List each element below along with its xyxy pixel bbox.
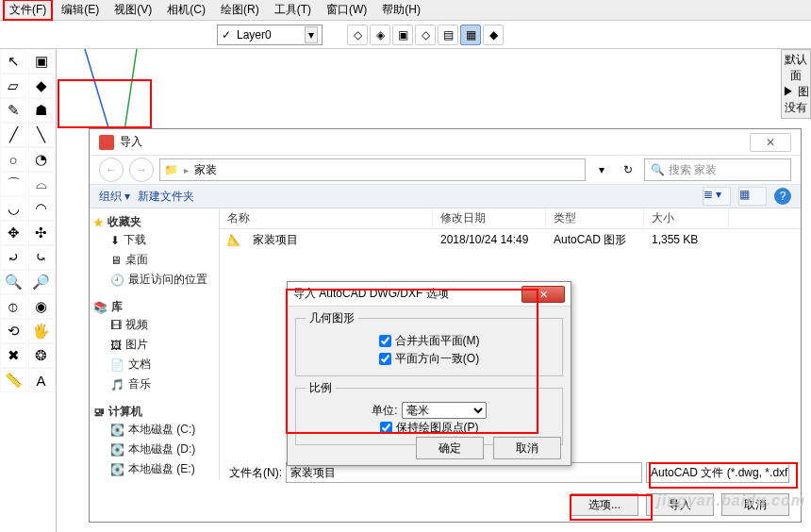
import-dialog-titlebar[interactable]: 导入 ✕ [90,129,801,156]
circle-tool-icon[interactable]: ○ [0,147,26,172]
path-dropdown-icon[interactable]: ▾ [591,163,612,176]
rect-tool-icon[interactable]: ▱ [0,74,26,98]
style-texture-icon[interactable]: ▦ [460,25,481,45]
dropdown-icon[interactable]: ▾ [305,26,318,43]
arc2-tool-icon[interactable]: ◡ [0,196,26,221]
nav-tree[interactable]: 收藏夹 ⬇下载 🖥桌面 🕘最近访问的位置 📚 库 🎞视频 🖼图片 📄文档 🎵音乐… [90,208,220,480]
default-tray[interactable]: 默认面 ▶ 图 没有 [781,49,811,119]
polygon-tool-icon[interactable]: ◔ [28,147,55,172]
eraser-tool-icon[interactable]: ◆ [28,74,55,98]
view-mode-button[interactable]: ≣ ▾ [703,187,731,206]
search-placeholder: 搜索 家装 [669,162,717,178]
filetype-combo[interactable]: AutoCAD 文件 (*.dwg, *.dxf)▾ [646,462,789,483]
paint-tool-icon[interactable]: ☗ [28,98,55,123]
tape-tool-icon[interactable]: 📏 [0,368,26,392]
search-input[interactable]: 🔍 搜索 家装 [644,158,791,181]
offset-tool-icon[interactable]: ⤿ [28,245,55,270]
close-icon[interactable]: ✕ [521,286,565,303]
lookaround-tool-icon[interactable]: ◉ [28,294,55,319]
tree-documents[interactable]: 📄文档 [93,355,215,374]
new-folder-button[interactable]: 新建文件夹 [138,189,194,205]
refresh-icon[interactable]: ↻ [618,163,638,176]
curve-tool-icon[interactable]: ◠ [28,196,55,221]
orbit-tool-icon[interactable]: ⦶ [0,294,26,319]
dwg-options-titlebar[interactable]: 导入 AutoCAD DWG/DXF 选项 ✕ [288,282,571,307]
path-box[interactable]: 📁 家装 [159,158,586,181]
path-segment[interactable]: 家装 [194,162,217,178]
keep-origin-checkbox[interactable]: 保持绘图原点(P) [306,419,553,437]
axes-tool-icon[interactable]: ✖ [0,343,26,368]
style-shaded2-icon[interactable]: ◇ [415,25,436,45]
scale-tool-icon[interactable]: ✣ [28,221,55,245]
menu-file[interactable]: 文件(F) [4,0,52,20]
rotate-tool-icon[interactable]: ⤾ [0,245,26,270]
move-tool-icon[interactable]: ✥ [0,221,26,245]
pencil-tool-icon[interactable]: ✎ [0,98,26,123]
col-size[interactable]: 大小 [644,208,729,228]
close-icon[interactable]: ✕ [750,133,791,152]
menu-camera[interactable]: 相机(C) [161,0,211,20]
style-hidden-icon[interactable]: ◈ [370,25,390,45]
col-type[interactable]: 类型 [546,208,644,228]
freehand-tool-icon[interactable]: ╲ [28,123,55,147]
list-columns[interactable]: 名称 修改日期 类型 大小 [220,208,801,229]
tree-desktop[interactable]: 🖥桌面 [93,250,215,270]
layer-combo[interactable]: ✓ Layer0 ▾ [217,25,323,45]
line-tool-icon[interactable]: ╱ [0,123,26,147]
style-wire-icon[interactable]: ◇ [347,25,368,45]
menu-tools[interactable]: 工具(T) [269,0,317,20]
tree-computer[interactable]: 🖳 计算机 [93,404,215,420]
tree-downloads[interactable]: ⬇下载 [93,230,215,250]
folder-icon: 📁 [164,163,178,176]
left-toolbars: ↖ ▱ ✎ ╱ ○ ⌒ ◡ ✥ ⤾ 🔍 ⦶ ⟲ ✖ 📏 ▣ ◆ ☗ ╲ ◔ ⌓ … [0,49,57,532]
unit-combo[interactable]: 毫米 [402,402,487,419]
section-tool-icon[interactable]: ❂ [28,343,55,368]
component-tool-icon[interactable]: ▣ [28,49,55,74]
sketchup-icon [99,135,114,150]
list-item[interactable]: 📐家装项目 2018/10/24 14:49 AutoCAD 图形 1,355 … [220,229,801,250]
tree-drive-d[interactable]: 💽本地磁盘 (D:) [93,440,215,459]
arc-tool-icon[interactable]: ⌒ [0,172,26,196]
menu-help[interactable]: 帮助(H) [376,0,426,20]
tree-videos[interactable]: 🎞视频 [93,315,215,335]
cancel-button[interactable]: 取消 [493,437,561,459]
dwg-options-dialog: 导入 AutoCAD DWG/DXF 选项 ✕ 几何图形 合并共面平面(M) 平… [287,281,571,466]
dwg-options-title: 导入 AutoCAD DWG/DXF 选项 [293,286,449,302]
zoom-tool-icon[interactable]: 🔍 [0,270,26,294]
pie-tool-icon[interactable]: ⌓ [28,172,55,196]
nav-fwd-icon[interactable]: → [129,158,154,182]
import-dialog-title: 导入 [120,134,142,150]
tree-favorites[interactable]: 收藏夹 [93,214,215,230]
orient-faces-checkbox[interactable]: 平面方向一致(O) [306,350,553,368]
style-xray-icon[interactable]: ◆ [483,25,504,45]
menu-bar: 文件(F) 编辑(E) 视图(V) 相机(C) 绘图(R) 工具(T) 窗口(W… [0,0,811,21]
tree-recent[interactable]: 🕘最近访问的位置 [93,270,215,290]
preview-button[interactable]: ▦ [738,187,767,206]
menu-edit[interactable]: 编辑(E) [56,0,105,20]
menu-view[interactable]: 视图(V) [108,0,157,20]
style-shaded-icon[interactable]: ▣ [392,25,413,45]
menu-draw[interactable]: 绘图(R) [215,0,265,20]
pan-tool-icon[interactable]: 🖐 [28,319,55,343]
undo-tool-icon[interactable]: ⟲ [0,319,26,343]
tree-music[interactable]: 🎵音乐 [93,374,215,394]
scale-group: 比例 单位: 毫米 保持绘图原点(P) [295,380,563,445]
select-tool-icon[interactable]: ↖ [0,49,26,74]
file-date: 2018/10/24 14:49 [433,231,546,248]
nav-back-icon[interactable]: ← [99,158,124,182]
tree-drive-c[interactable]: 💽本地磁盘 (C:) [93,420,215,440]
col-date[interactable]: 修改日期 [433,208,546,228]
merge-faces-checkbox[interactable]: 合并共面平面(M) [306,332,553,350]
tree-pictures[interactable]: 🖼图片 [93,335,215,355]
ok-button[interactable]: 确定 [416,437,484,459]
col-name[interactable]: 名称 [220,208,433,228]
organize-button[interactable]: 组织 ▾ [99,189,130,205]
tree-libraries[interactable]: 📚 库 [93,299,215,315]
zoomext-tool-icon[interactable]: 🔎 [28,270,55,294]
options-button[interactable]: 选项... [571,493,638,516]
text-tool-icon[interactable]: A [28,368,55,392]
menu-window[interactable]: 窗口(W) [321,0,372,20]
style-mono-icon[interactable]: ▤ [438,25,458,45]
tray-label-3: 没有 [782,100,810,116]
help-icon[interactable]: ? [774,188,791,205]
